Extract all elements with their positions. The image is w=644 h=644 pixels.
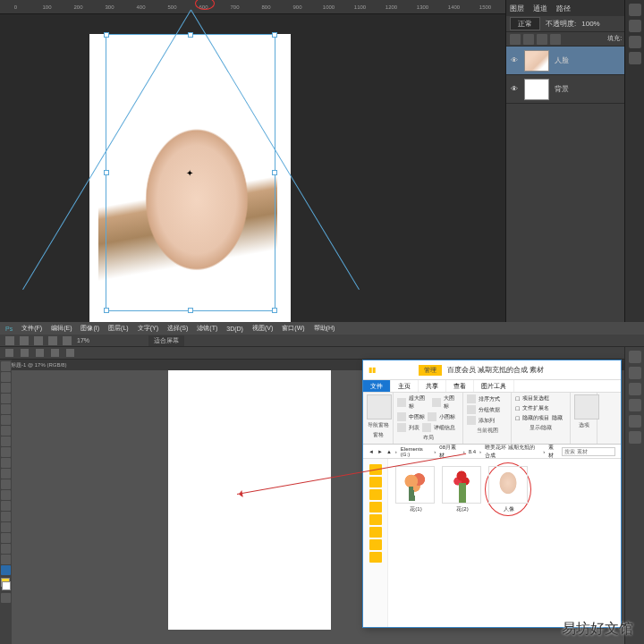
dock-icon[interactable] bbox=[629, 351, 641, 363]
dock-icon[interactable] bbox=[629, 431, 641, 444]
gradient-tool-icon[interactable] bbox=[1, 479, 11, 489]
folder-icon[interactable] bbox=[369, 527, 382, 538]
folder-icon[interactable] bbox=[369, 502, 382, 513]
nav-fwd-icon[interactable]: ► bbox=[377, 449, 383, 454]
folder-icon[interactable] bbox=[369, 477, 382, 487]
option-icon[interactable] bbox=[21, 349, 29, 357]
menu-view[interactable]: 视图(V) bbox=[252, 324, 273, 333]
folder-icon[interactable] bbox=[369, 552, 382, 563]
shape-tool-icon[interactable] bbox=[1, 544, 11, 554]
nav-up-icon[interactable]: ▲ bbox=[386, 449, 392, 454]
brush-tool-icon[interactable] bbox=[1, 436, 11, 446]
blur-tool-icon[interactable] bbox=[1, 490, 11, 500]
menu-edit[interactable]: 编辑(E) bbox=[51, 324, 72, 333]
type-tool-icon[interactable] bbox=[1, 522, 11, 532]
dock-icon[interactable] bbox=[629, 415, 641, 428]
lock-pos-icon[interactable] bbox=[537, 34, 547, 45]
free-transform-bounds[interactable]: ✦ bbox=[106, 34, 275, 311]
hand-tool-icon[interactable] bbox=[1, 555, 11, 564]
layout-icon[interactable] bbox=[397, 423, 406, 432]
layer-name[interactable]: 人脸 bbox=[555, 55, 569, 65]
layout-icon[interactable] bbox=[397, 398, 406, 407]
option-icon[interactable] bbox=[51, 349, 59, 357]
visibility-toggle-icon[interactable]: 👁 bbox=[510, 56, 519, 65]
checkbox[interactable]: ☐ bbox=[515, 405, 520, 411]
lock-trans-icon[interactable] bbox=[510, 34, 521, 45]
menu-filter[interactable]: 滤镜(T) bbox=[197, 324, 217, 333]
layer-thumbnail[interactable] bbox=[524, 50, 549, 72]
nav-tree[interactable] bbox=[363, 459, 388, 627]
menu-type[interactable]: 文字(Y) bbox=[138, 324, 158, 333]
ribbon-context-tab[interactable]: 管理 bbox=[419, 365, 442, 376]
layer-row-background[interactable]: 👁 背景 🔒 bbox=[506, 75, 644, 104]
dock-icon[interactable] bbox=[629, 399, 641, 411]
dock-icon[interactable] bbox=[629, 383, 641, 395]
path-tool-icon[interactable] bbox=[1, 533, 11, 543]
search-input[interactable] bbox=[562, 447, 615, 456]
layer-row-face[interactable]: 👁 人脸 bbox=[506, 47, 644, 75]
option-icon[interactable] bbox=[66, 349, 74, 357]
file-explorer-window[interactable]: ▮ ▮ 管理 百度会员 减期充抵的合成 素材 文件 主页 共享 查看 图片工具 … bbox=[362, 360, 622, 628]
folder-icon[interactable] bbox=[369, 514, 382, 525]
menu-select[interactable]: 选择(S) bbox=[167, 324, 188, 333]
folder-icon[interactable] bbox=[369, 489, 382, 500]
menu-image[interactable]: 图像(I) bbox=[80, 324, 99, 333]
transform-handle-tm[interactable] bbox=[188, 32, 193, 38]
blend-mode-select[interactable]: 正常 bbox=[510, 17, 540, 30]
transform-handle-br[interactable] bbox=[272, 308, 277, 313]
transform-handle-mr[interactable] bbox=[272, 170, 277, 175]
eraser-tool-icon[interactable] bbox=[1, 469, 11, 479]
zoom-tool-icon[interactable] bbox=[1, 565, 11, 575]
explorer-titlebar[interactable]: ▮ ▮ 管理 百度会员 减期充抵的合成 素材 bbox=[363, 360, 621, 380]
pen-tool-icon[interactable] bbox=[1, 512, 11, 521]
group-icon[interactable] bbox=[467, 405, 476, 414]
tab-picture-tools[interactable]: 图片工具 bbox=[474, 380, 514, 392]
color-swatch[interactable] bbox=[1, 578, 11, 590]
transform-handle-bm[interactable] bbox=[188, 308, 193, 313]
layer-name[interactable]: 背景 bbox=[555, 84, 569, 94]
checkbox[interactable]: ☐ bbox=[515, 395, 520, 402]
marquee-tool-icon[interactable] bbox=[1, 372, 11, 382]
dock-icon[interactable] bbox=[629, 367, 641, 379]
tab-home[interactable]: 主页 bbox=[391, 380, 419, 392]
transform-handle-tl[interactable] bbox=[104, 32, 109, 38]
transform-handle-ml[interactable] bbox=[104, 170, 109, 175]
layout-icon[interactable] bbox=[428, 412, 436, 421]
cols-icon[interactable] bbox=[467, 416, 476, 425]
menu-file[interactable]: 文件(F) bbox=[21, 324, 42, 333]
zoom-value[interactable]: 17% bbox=[77, 337, 89, 343]
dock-icon[interactable] bbox=[629, 36, 641, 48]
crop-tool-icon[interactable] bbox=[1, 404, 11, 414]
dock-icon[interactable] bbox=[629, 4, 641, 16]
dock-icon[interactable] bbox=[629, 20, 641, 32]
dock-icon[interactable] bbox=[629, 52, 641, 64]
document-canvas[interactable]: ✦ bbox=[89, 34, 291, 322]
menu-layer[interactable]: 图层(L) bbox=[108, 324, 129, 333]
file-item-portrait[interactable]: 人像 bbox=[488, 466, 530, 513]
quickmask-icon[interactable] bbox=[1, 593, 11, 603]
move-tool-icon[interactable] bbox=[1, 361, 11, 371]
lock-pixels-icon[interactable] bbox=[523, 34, 534, 45]
tab-share[interactable]: 共享 bbox=[419, 380, 446, 392]
nav-back-icon[interactable]: ◄ bbox=[369, 449, 374, 454]
option-icon[interactable] bbox=[63, 336, 72, 345]
eyedropper-tool-icon[interactable] bbox=[1, 415, 11, 425]
file-item-flower2[interactable]: 花(2) bbox=[442, 466, 483, 513]
transform-handle-tr[interactable] bbox=[272, 32, 277, 38]
lock-all-icon[interactable] bbox=[550, 34, 561, 45]
history-tool-icon[interactable] bbox=[1, 458, 11, 468]
menu-3d[interactable]: 3D(D) bbox=[226, 326, 243, 332]
file-item-flower1[interactable]: 花(1) bbox=[395, 466, 436, 513]
option-icon[interactable] bbox=[20, 336, 29, 345]
tab-layers[interactable]: 图层 bbox=[510, 4, 524, 13]
canvas-area[interactable]: ✦ bbox=[0, 14, 505, 322]
wand-tool-icon[interactable] bbox=[1, 394, 11, 403]
option-icon[interactable] bbox=[5, 349, 13, 357]
heal-tool-icon[interactable] bbox=[1, 426, 11, 436]
dodge-tool-icon[interactable] bbox=[1, 501, 11, 511]
address-bar[interactable]: ◄ ► ▲ ›Elements (G:) ›08月素材 ›8.4 ›唯美花环 减… bbox=[363, 445, 621, 459]
tab-file[interactable]: 文件 bbox=[363, 380, 391, 392]
options-button[interactable] bbox=[574, 394, 599, 419]
menu-window[interactable]: 窗口(W) bbox=[282, 324, 304, 333]
fit-screen-button[interactable]: 适合屏幕 bbox=[148, 335, 184, 346]
